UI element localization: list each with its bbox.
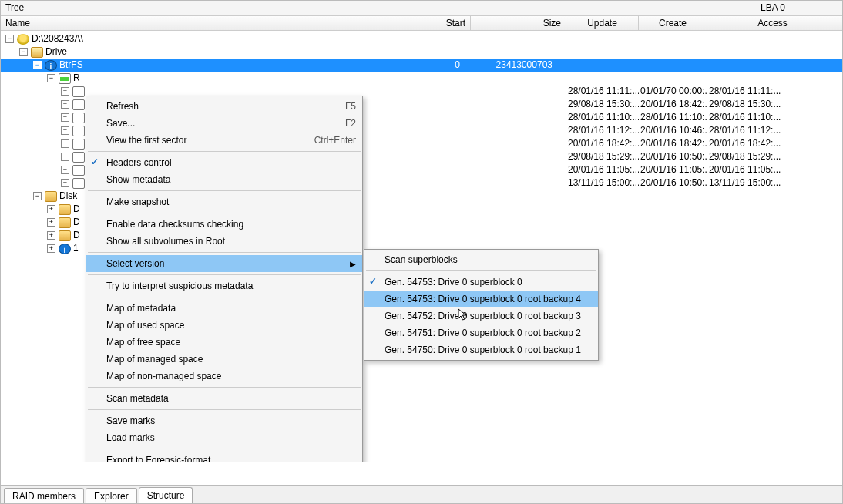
panel-title: Tree [5, 2, 761, 13]
cell-start: 0 [401, 59, 471, 72]
menu-item[interactable]: RefreshF5 [86, 98, 362, 115]
info-icon [45, 60, 57, 71]
col-size[interactable]: Size [471, 16, 566, 30]
volume-icon [59, 73, 71, 84]
expand-toggle[interactable]: − [33, 192, 42, 200]
tree-row-partial[interactable]: − R [1, 72, 842, 85]
cell-update: 28/01/16 11:10:... [566, 111, 639, 124]
menu-item[interactable]: Map of free space [86, 334, 362, 351]
expand-toggle[interactable]: − [47, 74, 55, 82]
expand-toggle[interactable]: + [47, 231, 55, 240]
expand-toggle[interactable]: + [61, 113, 69, 122]
menu-item[interactable]: Export to Forensic-format [86, 452, 362, 462]
submenu-item[interactable]: Gen. 54752: Drive 0 superblock 0 root ba… [364, 307, 598, 324]
expand-toggle[interactable]: + [61, 100, 69, 109]
menu-item-accelerator: F2 [345, 118, 356, 129]
cell-access: 20/01/16 11:05:... [707, 163, 838, 176]
tree-label: Disk [59, 190, 77, 203]
menu-item[interactable]: Enable data checksums checking [86, 216, 362, 233]
menu-item[interactable]: Map of managed space [86, 351, 362, 368]
col-update[interactable]: Update [566, 16, 639, 30]
volume-icon [72, 99, 85, 110]
menu-item[interactable]: Show metadata [86, 171, 362, 188]
submenu-item[interactable]: Gen. 54753: Drive 0 superblock 0 root ba… [364, 291, 598, 307]
tree-row-root[interactable]: − D:\208243A\ [1, 32, 842, 45]
menu-item[interactable]: Save marks [86, 412, 362, 429]
menu-item-label: Export to Forensic-format [106, 455, 356, 462]
volume-icon [72, 86, 85, 97]
menu-item[interactable]: Save...F2 [86, 115, 362, 132]
cell-create: 28/01/16 11:10:... [639, 111, 707, 124]
volume-icon [72, 139, 85, 150]
cell-create: 20/01/16 18:42:... [639, 98, 707, 111]
volume-icon [72, 113, 85, 123]
expand-toggle[interactable]: + [61, 153, 69, 161]
expand-toggle[interactable]: + [61, 166, 69, 174]
expand-toggle[interactable]: − [19, 48, 28, 56]
submenu-item[interactable]: Gen. 54751: Drive 0 superblock 0 root ba… [364, 324, 598, 341]
expand-toggle[interactable]: + [47, 205, 55, 213]
menu-item[interactable]: Show all subvolumes in Root [86, 233, 362, 250]
menu-separator [88, 387, 361, 388]
menu-item[interactable]: Map of non-managed space [86, 368, 362, 385]
expand-toggle[interactable]: − [5, 35, 14, 43]
menu-item-label: Map of metadata [106, 303, 356, 314]
cell-create: 20/01/16 10:50:... [639, 176, 707, 190]
folder-open-icon [31, 47, 43, 58]
col-create[interactable]: Create [639, 16, 707, 30]
tree-label: D [73, 216, 80, 229]
info-icon [59, 244, 71, 254]
col-name[interactable]: Name [1, 16, 401, 30]
menu-item-label: Headers control [106, 157, 356, 168]
menu-item[interactable]: Try to interpret suspicious metadata [86, 277, 362, 294]
submenu-select-version[interactable]: Scan superblocks✓Gen. 54753: Drive 0 sup… [364, 249, 599, 361]
menu-item-label: Map of used space [106, 320, 356, 331]
submenu-arrow-icon: ▶ [345, 260, 356, 268]
expand-toggle[interactable]: + [61, 126, 69, 135]
expand-toggle[interactable]: + [47, 244, 55, 253]
menu-separator [88, 297, 361, 297]
tab-explorer[interactable]: Explorer [86, 488, 137, 504]
context-menu[interactable]: RefreshF5Save...F2View the first sectorC… [86, 96, 363, 462]
checkmark-icon: ✓ [369, 276, 380, 287]
cell-update: 13/11/19 15:00:... [566, 176, 639, 190]
col-access[interactable]: Access [707, 16, 838, 30]
cell-update: 28/01/16 11:11:... [566, 85, 639, 98]
expand-toggle[interactable]: + [61, 139, 69, 148]
expand-toggle[interactable]: − [33, 61, 42, 69]
cell-access: 29/08/18 15:30:... [707, 98, 838, 111]
menu-separator [88, 213, 361, 213]
expand-toggle[interactable]: + [61, 179, 69, 187]
menu-item[interactable]: Map of metadata [86, 300, 362, 317]
cell-access: 28/01/16 11:11:... [707, 85, 838, 98]
tree-row-drive[interactable]: − Drive [1, 45, 842, 59]
tree-label: R [73, 72, 80, 85]
cell-update: 28/01/16 11:12:... [566, 124, 639, 137]
submenu-item[interactable]: Scan superblocks [364, 251, 598, 268]
menu-separator [88, 252, 361, 253]
menu-item-label: Save... [106, 118, 345, 129]
cell-create: 20/01/16 18:42:... [639, 137, 707, 150]
tab-structure[interactable]: Structure [139, 487, 193, 504]
tree-row-btrfs[interactable]: − BtrFS 0 23413000703 [1, 59, 842, 72]
menu-item[interactable]: ✓Headers control [86, 154, 362, 171]
menu-item[interactable]: Map of used space [86, 317, 362, 334]
folder-icon [45, 191, 57, 202]
submenu-item[interactable]: Gen. 54750: Drive 0 superblock 0 root ba… [364, 341, 598, 358]
cell-access: 28/01/16 11:10:... [707, 111, 838, 124]
cell-create: 01/01/70 00:00:... [639, 85, 707, 98]
tab-raid-members[interactable]: RAID members [4, 488, 84, 504]
menu-item[interactable]: View the first sectorCtrl+Enter [86, 132, 362, 149]
menu-item[interactable]: Scan metadata [86, 390, 362, 407]
menu-item[interactable]: Select version▶ [86, 255, 362, 272]
menu-item-label: Show all subvolumes in Root [106, 236, 356, 247]
expand-toggle[interactable]: + [47, 218, 55, 227]
menu-item[interactable]: Load marks [86, 429, 362, 446]
col-start[interactable]: Start [401, 16, 471, 30]
menu-item-label: Scan metadata [106, 393, 356, 404]
menu-item-accelerator: Ctrl+Enter [314, 135, 356, 146]
submenu-item[interactable]: ✓Gen. 54753: Drive 0 superblock 0 [364, 274, 598, 291]
menu-item[interactable]: Make snapshot [86, 193, 362, 210]
cell-create: 20/01/16 10:46:... [639, 124, 707, 137]
expand-toggle[interactable]: + [61, 87, 69, 96]
